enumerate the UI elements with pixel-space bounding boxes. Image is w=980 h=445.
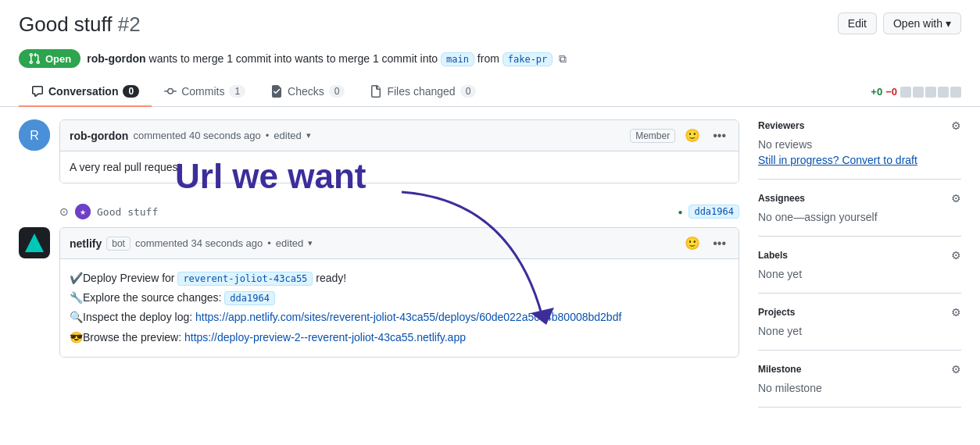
netlify-line2: 🔧Explore the source changes: dda1964 [70, 288, 729, 308]
sidebar-projects-section: Projects ⚙ None yet [758, 294, 961, 351]
conversation-area: R rob-gordon commented 40 seconds ago • … [19, 119, 739, 408]
main-content: R rob-gordon commented 40 seconds ago • … [0, 107, 980, 420]
sidebar: Reviewers ⚙ No reviews Still in progress… [758, 119, 961, 408]
diff-blocks [900, 87, 961, 98]
copy-icon[interactable]: ⧉ [559, 52, 567, 66]
comment-2-author[interactable]: netlify [70, 237, 102, 250]
tab-checks[interactable]: Checks 0 [258, 77, 357, 107]
tabs-list: Conversation 0 Commits 1 Checks 0 Files … [19, 77, 488, 106]
diff-additions: +0 [871, 86, 882, 98]
annotation-area: Url we want netlify [19, 227, 739, 358]
comment-1-text: A very real pull request [70, 161, 729, 173]
netlify-source-link[interactable]: dda1964 [224, 291, 275, 305]
netlify-line4-prefix: 😎 [70, 331, 83, 344]
netlify-line4-text: Browse the preview: [83, 331, 184, 344]
status-text: rob-gordon wants to merge 1 commit into … [87, 52, 553, 65]
commit-status-dot: ● [678, 208, 682, 216]
sidebar-assignees-title: Assignees [758, 193, 805, 204]
comment-1-author[interactable]: rob-gordon [70, 130, 128, 142]
comment-1-badge: Member [630, 129, 675, 143]
sidebar-reviewers-section: Reviewers ⚙ No reviews Still in progress… [758, 119, 961, 180]
comment-1-header: rob-gordon commented 40 seconds ago • ed… [60, 120, 739, 151]
sidebar-assignees-gear[interactable]: ⚙ [951, 192, 961, 205]
pr-title: Good stuff #2 [19, 12, 141, 37]
pr-status-bar: Open rob-gordon wants to merge 1 commit … [0, 46, 980, 77]
status-from: from [477, 52, 503, 65]
netlify-preview-link[interactable]: https://deploy-preview-2--reverent-jolio… [184, 331, 466, 344]
branch-pr[interactable]: fake-pr [503, 52, 553, 66]
open-with-button[interactable]: Open with ▾ [883, 12, 961, 34]
tab-commits-label: Commits [181, 85, 224, 98]
tab-conversation[interactable]: Conversation 0 [19, 77, 152, 107]
sidebar-projects-header: Projects ⚙ [758, 306, 961, 319]
diff-block-1 [900, 87, 911, 98]
sidebar-reviewers-gear[interactable]: ⚙ [951, 119, 961, 132]
comment-1-wrapper: R rob-gordon commented 40 seconds ago • … [19, 119, 739, 183]
tab-checks-count: 0 [329, 85, 345, 98]
tab-files-changed[interactable]: Files changed 0 [357, 77, 488, 107]
comment-1-emoji-button[interactable]: 🙂 [681, 126, 703, 144]
netlify-line3-text: Inspect the deploy log: [83, 311, 195, 323]
diff-block-3 [925, 87, 936, 98]
comment-1-avatar: R [19, 119, 50, 151]
comment-1-header-left: rob-gordon commented 40 seconds ago • ed… [70, 130, 311, 142]
netlify-line1: ✔️Deploy Preview for reverent-joliot-43c… [70, 269, 729, 288]
sidebar-labels-header: Labels ⚙ [758, 249, 961, 262]
tab-commits-count: 1 [229, 85, 245, 98]
comment-2-wrapper: netlify bot commented 34 seconds ago • e… [19, 227, 739, 358]
tab-files-changed-count: 0 [460, 85, 477, 98]
comment-2-bot-badge: bot [106, 237, 131, 251]
comment-1-more-button[interactable]: ••• [710, 127, 729, 144]
comment-1-actions: Member 🙂 ••• [630, 126, 729, 144]
svg-text:★: ★ [80, 208, 86, 216]
netlify-line2-prefix: 🔧 [70, 291, 83, 304]
sidebar-reviewers-header: Reviewers ⚙ [758, 119, 961, 132]
open-badge: Open [19, 49, 80, 68]
sidebar-convert-draft-link[interactable]: Still in progress? Convert to draft [758, 154, 917, 166]
tab-commits[interactable]: Commits 1 [152, 77, 258, 107]
comment-2-edited-arrow[interactable]: ▾ [308, 238, 313, 248]
comment-1-meta: commented 40 seconds ago [133, 130, 260, 141]
pr-header: Good stuff #2 Edit Open with ▾ [0, 0, 980, 46]
comment-2-header: netlify bot commented 34 seconds ago • e… [60, 228, 739, 259]
comment-2-meta: commented 34 seconds ago [135, 237, 263, 249]
comment-2-header-left: netlify bot commented 34 seconds ago • e… [70, 237, 313, 251]
sidebar-milestone-value: No milestone [758, 382, 961, 394]
comment-2-actions: 🙂 ••• [681, 234, 729, 252]
comment-2-emoji-button[interactable]: 🙂 [681, 234, 703, 252]
edit-button[interactable]: Edit [838, 12, 877, 34]
commit-name: Good stuff [97, 206, 158, 218]
sidebar-projects-gear[interactable]: ⚙ [951, 306, 961, 319]
comment-2-edited[interactable]: edited [276, 237, 303, 249]
comment-1-edited-arrow[interactable]: ▾ [306, 130, 311, 141]
sidebar-milestone-gear[interactable]: ⚙ [951, 363, 961, 376]
sidebar-reviewers-title: Reviewers [758, 120, 804, 131]
comment-1-edited[interactable]: edited [274, 130, 301, 141]
comment-2-body: ✔️Deploy Preview for reverent-joliot-43c… [60, 259, 739, 357]
comment-2-box: netlify bot commented 34 seconds ago • e… [59, 227, 739, 358]
sidebar-assignees-header: Assignees ⚙ [758, 192, 961, 205]
sidebar-milestone-section: Milestone ⚙ No milestone [758, 351, 961, 408]
branch-main[interactable]: main [441, 52, 474, 66]
comment-1-box: rob-gordon commented 40 seconds ago • ed… [59, 119, 739, 183]
comment-2-avatar [19, 227, 50, 258]
commit-branch-icon: ⊙ [59, 205, 69, 218]
sidebar-reviewers-value: No reviews [758, 138, 961, 151]
page: Good stuff #2 Edit Open with ▾ Open rob-… [0, 0, 980, 445]
commit-avatar: ★ [75, 204, 91, 219]
sidebar-labels-gear[interactable]: ⚙ [951, 249, 961, 262]
tab-conversation-label: Conversation [48, 85, 118, 98]
chevron-down-icon: ▾ [946, 17, 951, 30]
commit-hash[interactable]: dda1964 [689, 205, 739, 219]
comment-1-body: A very real pull request [60, 151, 739, 183]
netlify-line1-prefix: ✔️Deploy Preview for [70, 272, 177, 284]
netlify-line3-prefix: 🔍 [70, 311, 83, 323]
sidebar-labels-section: Labels ⚙ None yet [758, 237, 961, 294]
diff-stats: +0 −0 [871, 86, 961, 98]
tab-checks-label: Checks [288, 85, 324, 98]
tab-conversation-count: 0 [123, 85, 139, 98]
sidebar-assignees-value: No one—assign yourself [758, 211, 961, 223]
comment-2-more-button[interactable]: ••• [710, 235, 729, 252]
netlify-deploy-log-link[interactable]: https://app.netlify.com/sites/reverent-j… [195, 311, 621, 323]
open-badge-text: Open [45, 53, 71, 65]
